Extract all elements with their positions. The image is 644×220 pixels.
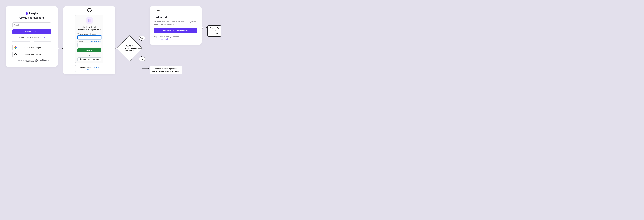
create-account-button[interactable]: Create account — [12, 29, 51, 34]
github-icon — [14, 53, 17, 56]
terms-of-use-link[interactable]: Terms of Use — [36, 59, 46, 61]
email-field[interactable] — [12, 23, 51, 28]
github-password-input[interactable] — [78, 43, 101, 47]
terms-text: By continuing, you agree to the Terms of… — [12, 59, 51, 63]
link-email-description: We found a related account which had bee… — [154, 20, 198, 26]
continue-with-google-button[interactable]: Continue with Google — [12, 45, 51, 50]
outcome-social-registration: Successful social registration and auto-… — [150, 66, 182, 74]
back-button[interactable]: Back — [154, 10, 198, 12]
create-account-heading: Create your account — [12, 16, 51, 19]
logto-door-icon — [26, 12, 28, 15]
svg-marker-17 — [147, 30, 148, 31]
skip-linking-question: Skip linking to existing account? — [154, 36, 198, 38]
svg-marker-22 — [148, 68, 150, 69]
svg-point-2 — [28, 13, 28, 14]
github-new-account-box: New to GitHub? Create an account — [75, 65, 104, 72]
branch-yes: Yes — [139, 36, 145, 40]
link-with-email-button[interactable]: Link with Silv****@gmail.com — [154, 28, 198, 33]
logto-create-account-card: Logto Create your account Create account… — [6, 7, 58, 67]
github-password-label: Password — [78, 41, 84, 43]
svg-point-3 — [58, 48, 59, 49]
github-username-input[interactable] — [78, 35, 101, 39]
github-logo-icon — [63, 8, 116, 13]
sign-in-with-passkey-button[interactable]: Sign in with a passkey — [78, 57, 101, 61]
continue-with-github-button[interactable]: Continue with GitHub — [12, 52, 51, 57]
svg-point-8 — [90, 21, 90, 21]
forgot-password-link[interactable]: Forgot password? — [89, 41, 101, 43]
github-signin-panel: Sign in to GitHub to continue to Logto C… — [75, 15, 104, 63]
github-oauth-card: Sign in to GitHub to continue to Logto C… — [63, 7, 116, 74]
github-or-divider: Or — [78, 54, 101, 56]
logto-wordmark: Logto — [29, 12, 38, 15]
link-email-card: Back Link email We found a related accou… — [150, 7, 202, 45]
svg-point-23 — [202, 27, 203, 29]
outcome-link-account: Successful link-account — [208, 25, 222, 37]
link-another-email-link[interactable]: Link another email — [154, 38, 168, 40]
sign-in-link[interactable]: Sign in — [40, 37, 45, 39]
decision-email-registered: Yes / No? this email has been registered — [120, 39, 139, 58]
link-email-heading: Link email — [154, 16, 198, 19]
github-sign-in-button[interactable]: Sign in — [78, 48, 101, 52]
chevron-left-icon — [154, 10, 155, 12]
google-icon — [14, 46, 17, 49]
branch-no: No — [139, 57, 145, 61]
svg-marker-5 — [62, 48, 63, 49]
logto-logo: Logto — [12, 12, 51, 15]
passkey-icon — [80, 58, 82, 60]
privacy-policy-link[interactable]: Privacy Policy — [26, 61, 37, 63]
github-signin-heading: Sign in to GitHub to continue to Logto C… — [78, 26, 101, 31]
github-username-label: Username or email address — [78, 33, 101, 35]
oauth-app-icon — [86, 17, 93, 24]
or-divider: or — [12, 40, 51, 43]
have-account-prompt: Already have an account? Sign in — [12, 37, 51, 39]
